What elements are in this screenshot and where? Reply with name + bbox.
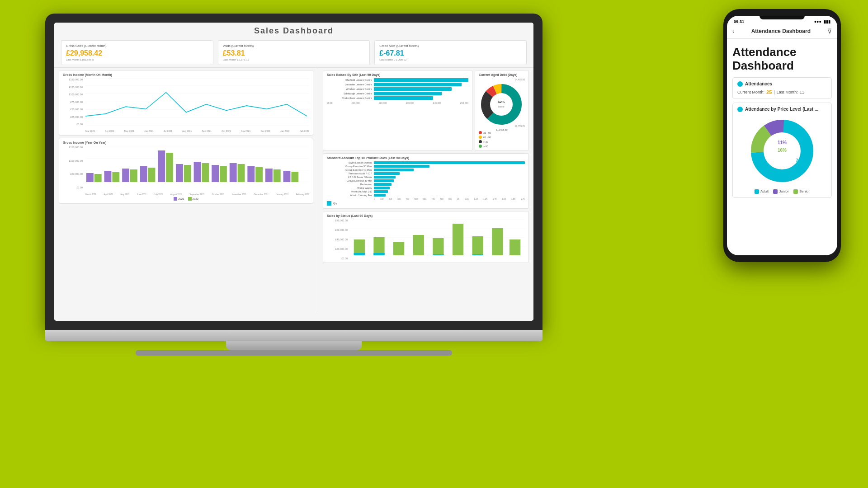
hbar-premadult-label: Premium Adult R C F: [327, 172, 372, 175]
gross-income-yoy-chart: £150,000.00 £100,000.00 £50,000.00 £0.00: [63, 146, 309, 196]
sales-by-status-title: Sales by Status (Last 90 Days): [327, 214, 525, 217]
legend-2021: 2021: [174, 197, 184, 201]
aged-debt-top-value: £4,405.50: [479, 78, 525, 81]
svg-rect-29: [202, 163, 209, 182]
hbar-premdd-label: Premium Adult D D: [327, 190, 372, 193]
kpi-credit-note-label: Credit Note (Current Month): [379, 44, 522, 47]
hbar-l2dd-label: L2 D D Junior 30mins: [327, 176, 372, 178]
hbar-swim: Swim Lesson 30mins: [327, 161, 525, 164]
svg-rect-55: [492, 228, 503, 255]
phone-time: 09:31: [734, 19, 744, 24]
hbar-cheltenham-bar: [374, 96, 433, 100]
legend-61-90: 61 - 90: [479, 136, 525, 139]
svg-text:74%: 74%: [796, 158, 805, 163]
svg-rect-57: [354, 253, 365, 255]
hbar-edinburgh-label: Edinburgh Leisure Centre: [327, 92, 372, 95]
gross-income-yoy-section: Gross Income (Year On Year) £150,000.00 …: [59, 138, 313, 204]
svg-rect-49: [373, 237, 384, 255]
hbar-l2dd-bar: [374, 176, 396, 178]
phone-price-level-section: Attendance by Price Level (Last ...: [732, 103, 832, 198]
svg-rect-54: [472, 236, 483, 255]
hbar-wetwacky: Wet & Wacky: [327, 187, 525, 189]
kpi-voids: Voids (Current Month) £53.81 Last Month …: [218, 40, 370, 65]
hbar-grpex30-bar: [374, 165, 429, 168]
svg-rect-22: [283, 171, 291, 182]
svg-text:16%: 16%: [778, 148, 787, 153]
hbar-windsor-label: Windsor Leisure Centre: [327, 88, 372, 90]
junior-legend-label: Junior: [779, 189, 789, 193]
hbar-windsor: Windsor Leisure Centre: [327, 87, 468, 91]
top10-title: Standard Account Top 10 Product Sales (L…: [327, 156, 525, 160]
phone-header-title: Attendance Dashboard: [751, 28, 811, 34]
hbar-grpex30b-label: Group Exercise 30 Min: [327, 179, 372, 182]
sales-status-y-axis: £85,000.00 £60,000.00 £40,000.00 £20,000…: [327, 219, 349, 260]
laptop-base: [45, 330, 542, 341]
phone-price-level-label: Attendance by Price Level (Last ...: [745, 107, 818, 112]
svg-rect-32: [255, 167, 263, 182]
hbar-swim-label: Swim Lesson 30mins: [327, 161, 372, 164]
dashboard-title: Sales Dashboard: [54, 23, 533, 38]
aged-debt-legend: 31 - 60 61 - 90 > 30: [479, 131, 525, 148]
phone-screen: 09:31 ●●● ▮▮▮ ‹ Attendance Dashboard ⊽ A…: [727, 16, 837, 255]
phone-content: Attendance Dashboard Attendances Current…: [727, 39, 837, 202]
svg-rect-52: [433, 238, 443, 255]
y-axis-yoy: £150,000.00 £100,000.00 £50,000.00 £0.00: [63, 146, 85, 189]
legend-gt30: > 30: [479, 140, 525, 143]
svg-rect-11: [86, 173, 94, 182]
svg-rect-25: [130, 169, 137, 182]
svg-rect-53: [453, 224, 463, 255]
svg-rect-14: [140, 166, 147, 182]
yoy-legend: 2021 2022: [63, 197, 309, 201]
kpi-voids-sub: Last Month £1,275.32: [223, 58, 365, 61]
hbar-leicester: Leicester Leisure Centre: [327, 83, 468, 86]
hbar-sheffield: Sheffield Leisure Centre: [327, 78, 468, 82]
hbar-wetwacky-label: Wet & Wacky: [327, 187, 372, 189]
svg-rect-31: [238, 164, 245, 182]
hbar-admin-label: Admin / Joining Fee: [327, 194, 372, 197]
hbar-leicester-label: Leicester Leisure Centre: [327, 83, 372, 86]
phone-price-level-header: Attendance by Price Level (Last ...: [737, 107, 827, 112]
svg-rect-28: [184, 165, 191, 182]
kpi-credit-note-value: £-67.81: [379, 49, 522, 57]
hbar-wetwacky-bar: [374, 187, 390, 189]
phone-attendances-header: Attendances: [737, 81, 827, 87]
phone-donut-svg: 11% 16% 74%: [746, 115, 818, 187]
sales-by-status-chart: £85,000.00 £60,000.00 £40,000.00 £20,000…: [327, 219, 525, 260]
hbar-edinburgh-bar: [374, 92, 442, 95]
hbar-badminton-bar: [374, 183, 392, 186]
aged-debt-section: Current Aged Debt (Days) £4,405.50: [475, 70, 529, 151]
svg-rect-27: [166, 153, 173, 182]
senior-legend-dot: [793, 189, 798, 194]
legend-2022: 2022: [188, 197, 198, 201]
kpi-voids-label: Voids (Current Month): [223, 44, 365, 47]
attendances-icon: [737, 81, 743, 87]
hbar-grpex40-label: Group Exercise 40 Mins: [327, 169, 372, 171]
legend-senior: Senior: [793, 189, 810, 194]
phone-body: 09:31 ●●● ▮▮▮ ‹ Attendance Dashboard ⊽ A…: [723, 9, 841, 262]
separator: |: [774, 90, 774, 94]
phone-filter-button[interactable]: ⊽: [827, 28, 832, 35]
hbar-premadult: Premium Adult R C F: [327, 172, 525, 175]
svg-rect-26: [148, 168, 156, 182]
phone-main-title: Attendance Dashboard: [732, 39, 832, 77]
sales-by-site-x-axis: £0.00£10,000£20,000£30,000£40,000£50,000: [327, 102, 468, 104]
gross-income-yoy-title: Gross Income (Year On Year): [63, 141, 309, 144]
svg-rect-60: [472, 254, 483, 255]
svg-rect-34: [291, 172, 298, 182]
phone: 09:31 ●●● ▮▮▮ ‹ Attendance Dashboard ⊽ A…: [723, 9, 841, 262]
hbar-premdd: Premium Adult D D: [327, 190, 525, 193]
svg-text:62%: 62%: [498, 100, 505, 104]
svg-rect-15: [158, 150, 165, 182]
sales-status-svg: [349, 219, 525, 255]
top10-x-axis: 0100200300400500 6007008009001K1.1K 1.2K…: [327, 198, 525, 200]
svg-rect-24: [112, 172, 119, 182]
legend-31-60: 31 - 60: [479, 131, 525, 134]
adult-legend-dot: [755, 189, 759, 194]
phone-back-button[interactable]: ‹: [732, 28, 735, 35]
x-axis-yoy: March 2021April 2021May 2021 June 2021Ju…: [85, 193, 309, 196]
kpi-gross-sales-sub: Last Month £181,585.5: [66, 58, 208, 61]
hbar-sheffield-label: Sheffield Leisure Centre: [327, 79, 372, 81]
main-content: Gross Income (Month On Month) £150,000.0…: [54, 68, 533, 312]
top10-chart: Swim Lesson 30mins Group Exercise 30 Min…: [327, 161, 525, 197]
svg-rect-48: [354, 239, 365, 255]
